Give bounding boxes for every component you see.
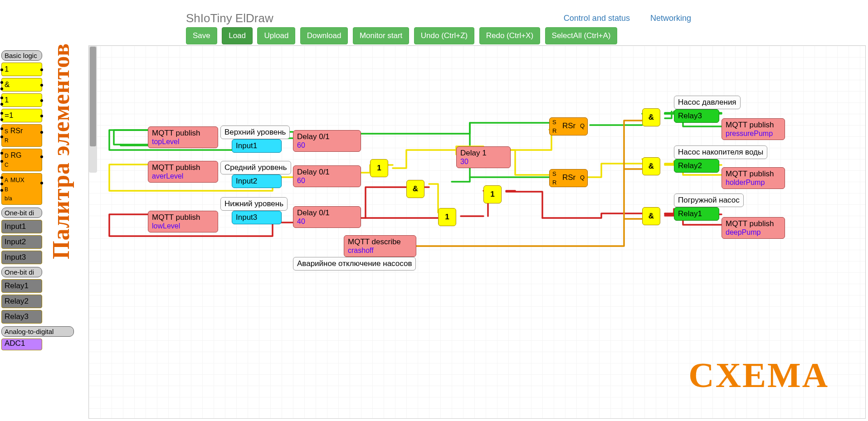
palette-block-label: 1 xyxy=(5,65,9,73)
palette-block-label: MUX xyxy=(10,176,24,184)
app-title: ShIoTiny ElDraw xyxy=(186,11,273,25)
node-input2[interactable]: Input2 xyxy=(232,174,282,188)
node-mqtt-averlevel[interactable]: MQTT publish averLevel xyxy=(148,161,218,183)
node-subtext: averLevel xyxy=(152,172,214,180)
download-button[interactable]: Download xyxy=(300,27,348,44)
palette-pin-label: S xyxy=(5,128,8,135)
palette-block-adc1[interactable]: ADC1 xyxy=(1,339,42,350)
node-or-low[interactable]: 1 xyxy=(438,208,456,226)
label-top-level: Верхний уровень xyxy=(220,126,290,139)
node-subtext: 60 xyxy=(297,141,357,150)
nav-control-link[interactable]: Control and status xyxy=(564,14,630,23)
palette-block-rg[interactable]: D RG C xyxy=(1,149,42,171)
node-title: MQTT publish xyxy=(726,169,774,178)
node-delay-1sec[interactable]: Delay 1 30 xyxy=(456,146,511,168)
node-subtext: topLevel xyxy=(152,138,214,146)
node-subtext: 30 xyxy=(460,158,507,166)
node-subtext: 60 xyxy=(297,177,357,185)
node-subtext: crashoff xyxy=(348,247,412,255)
node-delay-low[interactable]: Delay 0/1 40 xyxy=(293,206,361,228)
canvas[interactable]: MQTT publish topLevel MQTT publish averL… xyxy=(88,45,866,419)
node-pin-s: S xyxy=(552,170,556,177)
undo-button[interactable]: Undo (Ctrl+Z) xyxy=(414,27,474,44)
node-and-relay3[interactable]: & xyxy=(642,108,660,126)
node-rsr-mid[interactable]: S R Q RSr xyxy=(549,169,588,187)
node-pin-r: R xyxy=(552,127,556,134)
palette-pin-label: C xyxy=(5,162,9,168)
palette-block-relay1[interactable]: Relay1 xyxy=(1,279,42,293)
palette-block-input2[interactable]: Input2 xyxy=(1,235,42,249)
node-mqtt-deeppump[interactable]: MQTT publish deepPump xyxy=(722,217,785,239)
palette-block-label: =1 xyxy=(5,111,13,120)
node-rsr-top[interactable]: S R Q RSr xyxy=(549,117,588,135)
node-input3[interactable]: Input3 xyxy=(232,211,282,224)
upload-button[interactable]: Upload xyxy=(257,27,295,44)
node-title: Delay 0/1 xyxy=(297,208,330,217)
label-holder-pump: Насос накопителя воды xyxy=(674,145,767,159)
save-button[interactable]: Save xyxy=(186,27,217,44)
palette-block-rsr[interactable]: S RSr R xyxy=(1,124,42,147)
palette-block-xor[interactable]: =1 xyxy=(1,109,42,122)
node-relay1[interactable]: Relay1 xyxy=(674,207,719,221)
node-title: RSr xyxy=(562,121,575,131)
node-title: MQTT publish xyxy=(152,129,200,137)
label-low-level: Нижний уровень xyxy=(220,197,288,211)
node-input1[interactable]: Input1 xyxy=(232,139,282,153)
load-button[interactable]: Load xyxy=(222,27,253,44)
node-mqtt-pressurepump[interactable]: MQTT publish pressurePump xyxy=(722,118,785,140)
monitor-start-button[interactable]: Monitor start xyxy=(353,27,409,44)
nav-networking-link[interactable]: Networking xyxy=(650,14,691,23)
node-mqtt-holderpump[interactable]: MQTT publish holderPump xyxy=(722,167,785,189)
node-relay3[interactable]: Relay3 xyxy=(674,109,719,123)
node-mqtt-toplevel[interactable]: MQTT publish topLevel xyxy=(148,126,218,148)
label-pressure-pump: Насос давления xyxy=(674,96,741,109)
node-pin-q: Q xyxy=(580,122,585,129)
selectall-button[interactable]: SelectAll (Ctrl+A) xyxy=(545,27,618,44)
redo-button[interactable]: Redo (Ctrl+X) xyxy=(479,27,540,44)
node-mqtt-lowlevel[interactable]: MQTT publish lowLevel xyxy=(148,211,218,232)
node-title: MQTT publish xyxy=(726,219,774,228)
scrollbar-thumb[interactable] xyxy=(90,47,96,146)
palette-block-and[interactable]: & xyxy=(1,78,42,92)
canvas-scrollbar[interactable] xyxy=(89,46,97,173)
palette-block-label: 1 xyxy=(5,96,9,104)
palette-block-relay2[interactable]: Relay2 xyxy=(1,295,42,308)
node-subtext: deepPump xyxy=(726,228,781,237)
palette-head-adc[interactable]: Analog-to-digital xyxy=(1,326,74,337)
palette-block-mux[interactable]: A MUX B b/a xyxy=(1,173,42,205)
node-pin-s: S xyxy=(552,119,556,126)
node-and-mid[interactable]: & xyxy=(406,180,424,198)
node-title: MQTT publish xyxy=(152,213,200,222)
node-or-mid[interactable]: 1 xyxy=(370,159,388,177)
palette-block-input3[interactable]: Input3 xyxy=(1,251,42,264)
node-pin-q: Q xyxy=(580,174,585,181)
palette-block-label: RSr xyxy=(10,127,23,135)
node-and-relay1[interactable]: & xyxy=(642,207,660,225)
node-title: RSr xyxy=(562,173,575,182)
palette-head-basic-logic[interactable]: Basic logic xyxy=(1,50,42,61)
palette-head-onebit-in[interactable]: One-bit di xyxy=(1,208,42,218)
label-deep-pump: Погружной насос xyxy=(674,194,744,207)
node-subtext: holderPump xyxy=(726,179,781,187)
node-title: Delay 0/1 xyxy=(297,168,330,176)
schema-watermark: CXEMA xyxy=(688,355,829,396)
palette-block-label: & xyxy=(5,80,10,89)
palette-pin-label: R xyxy=(5,137,9,144)
node-delay-top[interactable]: Delay 0/1 60 xyxy=(293,130,361,152)
palette-block-relay3[interactable]: Relay3 xyxy=(1,310,42,324)
node-relay2[interactable]: Relay2 xyxy=(674,159,719,173)
label-crashoff: Аварийное отключение насосов xyxy=(293,257,416,271)
palette-pin-label: B xyxy=(5,186,8,193)
palette-block-or[interactable]: 1 xyxy=(1,63,42,76)
node-mqtt-crashoff[interactable]: MQTT describe crashoff xyxy=(344,235,416,257)
palette-block-input1[interactable]: Input1 xyxy=(1,220,42,233)
node-or-rsr2[interactable]: 1 xyxy=(483,185,502,203)
node-delay-mid[interactable]: Delay 0/1 60 xyxy=(293,165,361,187)
palette-head-onebit-out[interactable]: One-bit di xyxy=(1,267,42,277)
palette-block-buf[interactable]: 1 xyxy=(1,93,42,107)
node-title: Delay 0/1 xyxy=(297,132,330,141)
node-and-relay2[interactable]: & xyxy=(642,157,660,175)
label-mid-level: Средний уровень xyxy=(220,161,291,174)
node-pin-r: R xyxy=(552,179,556,186)
node-title: MQTT publish xyxy=(726,121,774,129)
